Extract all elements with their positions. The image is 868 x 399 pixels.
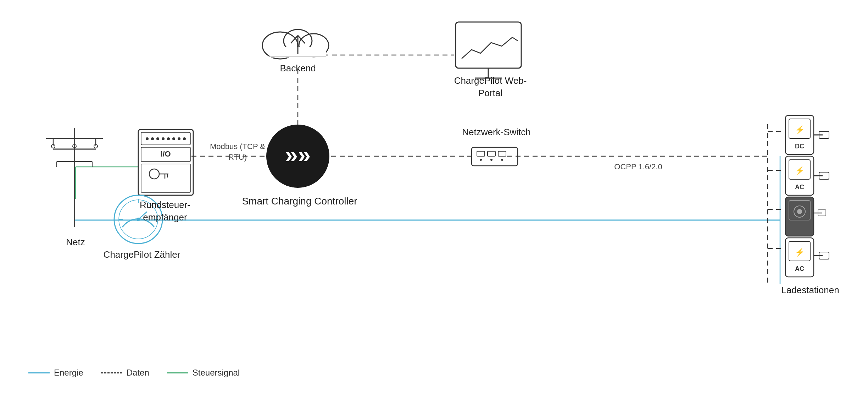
svg-rect-40 xyxy=(141,164,190,192)
energie-line xyxy=(28,372,50,373)
chargepilot-web-portal-label: ChargePilot Web-Portal xyxy=(450,75,531,99)
daten-label: Daten xyxy=(127,368,149,378)
energie-label: Energie xyxy=(54,368,83,378)
legend-daten: Daten xyxy=(101,368,149,378)
smart-charging-controller-label: Smart Charging Controller xyxy=(241,195,358,208)
steuersignal-line xyxy=(167,372,188,373)
svg-text:I/O: I/O xyxy=(160,149,171,158)
svg-point-30 xyxy=(146,137,149,140)
svg-rect-59 xyxy=(477,151,485,156)
legend: Energie Daten Steuersignal xyxy=(28,368,240,378)
svg-point-37 xyxy=(183,137,186,140)
svg-point-62 xyxy=(480,159,482,161)
modbus-label: Modbus (TCP & RTU) xyxy=(202,141,273,162)
diagram-container: I/O »» xyxy=(0,0,868,399)
svg-text:AC: AC xyxy=(795,265,804,272)
svg-text:⚡: ⚡ xyxy=(795,166,805,175)
svg-point-32 xyxy=(156,137,159,140)
svg-text:⚡: ⚡ xyxy=(795,125,805,135)
rundsteuer-label: Rundsteuer-empfänger xyxy=(127,199,203,224)
svg-point-34 xyxy=(167,137,170,140)
svg-text:AC: AC xyxy=(795,184,804,191)
daten-line xyxy=(101,372,122,373)
svg-point-33 xyxy=(162,137,165,140)
svg-point-36 xyxy=(178,137,180,140)
chargepilot-zaehler-label: ChargePilot Zähler xyxy=(96,248,188,261)
ocpp-label: OCPP 1.6/2.0 xyxy=(603,162,674,172)
ladestationen-label: Ladestationen xyxy=(771,284,849,296)
svg-point-35 xyxy=(172,137,175,140)
netz-label: Netz xyxy=(52,236,99,248)
svg-text:»»: »» xyxy=(285,142,311,168)
legend-steuersignal: Steuersignal xyxy=(167,368,240,378)
svg-point-41 xyxy=(149,169,159,179)
backend-label: Backend xyxy=(269,62,326,75)
svg-text:DC: DC xyxy=(795,143,804,150)
legend-energie: Energie xyxy=(28,368,83,378)
netzwerk-switch-label: Netzwerk-Switch xyxy=(457,126,535,138)
steuersignal-label: Steuersignal xyxy=(193,368,240,378)
svg-rect-61 xyxy=(498,151,506,156)
svg-point-63 xyxy=(490,159,493,161)
svg-text:⚡: ⚡ xyxy=(795,247,805,257)
svg-point-64 xyxy=(501,159,503,161)
svg-rect-84 xyxy=(785,197,814,236)
svg-point-87 xyxy=(797,209,802,214)
svg-point-31 xyxy=(151,137,154,140)
svg-rect-60 xyxy=(488,151,495,156)
